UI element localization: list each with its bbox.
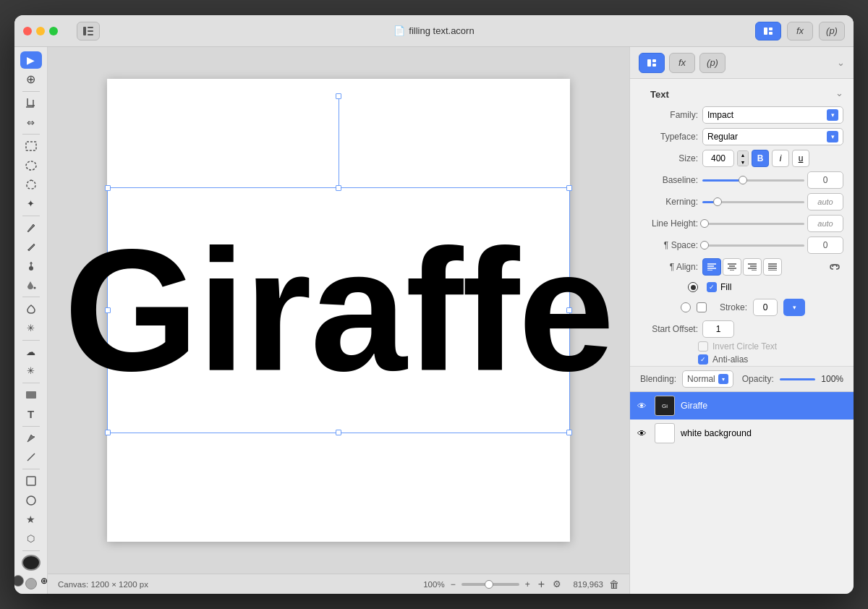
start-offset-input[interactable]: 1	[702, 320, 734, 338]
magic-wand-tool[interactable]: ✦	[20, 195, 42, 212]
layer-giraffe-visibility[interactable]: 👁	[637, 401, 649, 412]
underline-button[interactable]: u	[792, 150, 809, 167]
kerning-slider[interactable]	[702, 201, 804, 203]
sparkle-tool[interactable]: ✳	[20, 319, 42, 336]
space-slider-thumb[interactable]	[700, 241, 709, 250]
align-right-button[interactable]	[743, 258, 762, 276]
gradient-tool[interactable]	[20, 257, 42, 274]
size-down[interactable]: ▼	[738, 158, 748, 166]
trash-icon[interactable]: 🗑	[609, 579, 619, 590]
family-select[interactable]: Impact ▾	[702, 106, 843, 124]
baseline-slider[interactable]	[702, 179, 804, 182]
fill-checkbox-item[interactable]: ✓ Fill	[707, 282, 731, 292]
maximize-button[interactable]	[49, 27, 58, 35]
line-height-slider[interactable]	[702, 223, 804, 225]
layer-settings-icon[interactable]: ⚙	[553, 579, 561, 589]
space-value[interactable]: 0	[807, 237, 843, 254]
close-button[interactable]	[23, 27, 32, 35]
opacity-value: 100%	[821, 374, 843, 384]
svg-rect-13	[26, 391, 36, 399]
opacity-slider[interactable]	[780, 378, 816, 380]
size-stepper[interactable]: ▲ ▼	[737, 150, 749, 166]
kerning-slider-thumb[interactable]	[713, 197, 722, 206]
link-text-button[interactable]	[826, 258, 843, 276]
sidebar-toggle-button[interactable]	[77, 22, 100, 41]
zoom-small-tool[interactable]: ⊕	[38, 575, 48, 587]
star-tool[interactable]: ★	[20, 511, 42, 528]
stroke-dropdown[interactable]: ▾	[783, 299, 805, 316]
handle-bottom-right[interactable]	[566, 430, 572, 435]
kerning-value[interactable]: auto	[807, 193, 843, 210]
handle-bottom-middle[interactable]	[336, 430, 341, 435]
polygon-tool[interactable]: ⬡	[20, 529, 42, 547]
text-section-collapse[interactable]: ⌄	[835, 88, 843, 98]
zoom-slider-thumb[interactable]	[485, 580, 493, 589]
invert-circle-checkbox[interactable]	[698, 341, 708, 352]
panel-fx-tab[interactable]: fx	[669, 53, 695, 73]
fill-checkbox[interactable]: ✓	[707, 282, 717, 292]
italic-button[interactable]: i	[772, 150, 789, 167]
zoom-tool[interactable]: ⊕	[20, 70, 42, 88]
anti-alias-checkbox[interactable]: ✓	[698, 354, 708, 365]
layer-background-visibility[interactable]: 👁	[637, 428, 649, 439]
canvas-scroll[interactable]: Giraffe	[48, 47, 629, 574]
panel-collapse-icon[interactable]: ⌄	[837, 57, 845, 68]
size-up[interactable]: ▲	[738, 151, 748, 158]
minimize-button[interactable]	[36, 27, 45, 35]
layer-background[interactable]: 👁 white background	[630, 420, 854, 447]
paint-bucket-tool[interactable]	[20, 276, 42, 294]
flip-tool[interactable]: ⇔	[20, 114, 42, 131]
cloud-tool[interactable]: ☁	[20, 343, 42, 360]
layer-giraffe[interactable]: 👁 Gi Giraffe	[630, 392, 854, 420]
panel-properties-tab[interactable]	[639, 53, 665, 73]
text-tool[interactable]: T	[20, 405, 42, 422]
pen-tool[interactable]	[20, 429, 42, 446]
text-section-title: Text	[640, 83, 679, 103]
stroke-radio[interactable]	[681, 302, 691, 312]
typeface-select[interactable]: Regular ▾	[702, 128, 843, 145]
bold-button[interactable]: B	[752, 150, 769, 167]
rect-tool[interactable]	[20, 472, 42, 490]
line-height-slider-thumb[interactable]	[700, 219, 709, 228]
zoom-slider-track[interactable]	[461, 583, 519, 586]
background-color[interactable]	[25, 578, 37, 589]
lasso-tool[interactable]	[20, 176, 42, 193]
panel-shape-tab[interactable]: (p)	[699, 53, 726, 73]
line-height-value[interactable]: auto	[807, 215, 843, 232]
burn-tool[interactable]	[20, 300, 42, 318]
align-center-button[interactable]	[723, 258, 741, 276]
rotation-handle[interactable]	[336, 93, 341, 99]
select-tool[interactable]: ▶	[20, 51, 42, 69]
fx-tab-button[interactable]: fx	[787, 22, 813, 41]
align-left-button[interactable]	[702, 258, 721, 276]
handle-top-left[interactable]	[105, 185, 111, 191]
blending-select[interactable]: Normal ▾	[682, 370, 733, 388]
zoom-in-icon[interactable]: +	[525, 579, 530, 589]
marquee-ellipse-tool[interactable]	[20, 157, 42, 174]
handle-bottom-left[interactable]	[105, 430, 111, 435]
pencil-tool[interactable]	[20, 238, 42, 255]
text-layer-selection[interactable]: Giraffe	[107, 187, 570, 433]
baseline-slider-thumb[interactable]	[739, 176, 747, 184]
stroke-value[interactable]: 0	[753, 299, 778, 316]
foreground-color[interactable]	[22, 555, 41, 571]
crop-tool[interactable]	[20, 95, 42, 112]
zoom-out-icon[interactable]: −	[451, 579, 456, 589]
add-layer-button[interactable]: +	[536, 578, 547, 591]
handle-top-right[interactable]	[566, 185, 572, 191]
sun-tool[interactable]: ✳	[20, 362, 42, 380]
ellipse-tool[interactable]	[20, 491, 42, 508]
marquee-rect-tool[interactable]	[20, 137, 42, 155]
fill-radio[interactable]	[688, 282, 698, 292]
align-justify-button[interactable]	[763, 258, 782, 276]
baseline-value[interactable]: 0	[807, 171, 843, 189]
properties-tab-button[interactable]	[755, 22, 781, 41]
swap-colors-icon[interactable]	[14, 575, 24, 587]
shape-tab-button[interactable]: (p)	[819, 22, 845, 41]
brush-tool[interactable]	[20, 218, 42, 236]
space-slider[interactable]	[702, 244, 804, 247]
stroke-checkbox[interactable]	[697, 302, 707, 312]
line-tool[interactable]	[20, 448, 42, 466]
size-input[interactable]: 400	[702, 150, 734, 167]
rect-shape-tool[interactable]	[20, 386, 42, 404]
